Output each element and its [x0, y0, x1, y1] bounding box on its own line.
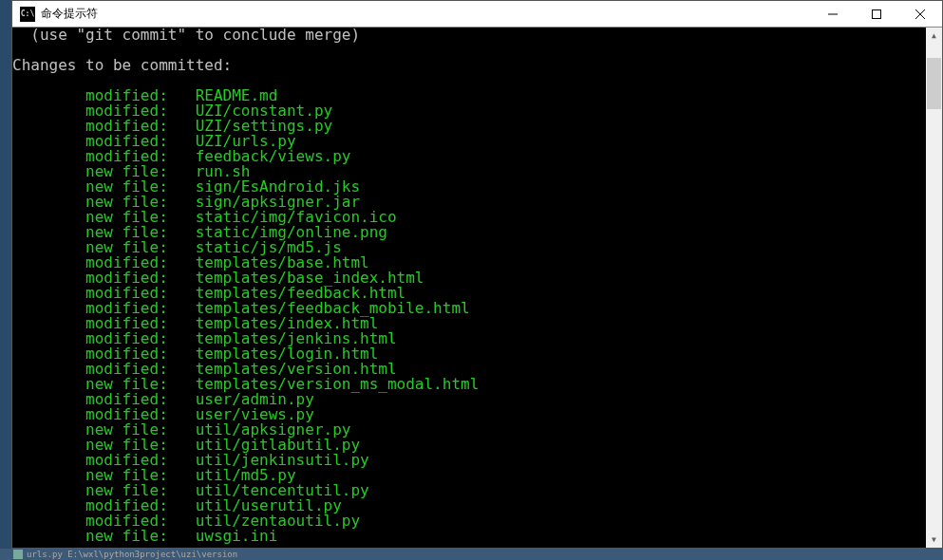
- cmd-icon: C:\: [20, 7, 35, 22]
- minimize-icon: [828, 9, 838, 19]
- cmd-window: C:\ 命令提示符 (use "git commit" to conclude …: [11, 0, 943, 549]
- maximize-button[interactable]: [855, 1, 898, 27]
- window-title: 命令提示符: [41, 6, 811, 22]
- scrollbar-thumb[interactable]: [927, 58, 941, 109]
- close-icon: [915, 9, 925, 19]
- scroll-down-arrow-icon[interactable]: ▼: [926, 532, 942, 548]
- ide-tab-bar[interactable]: urls.py E:\wxl\python3project\uzi\versio…: [0, 549, 943, 560]
- open-file-label[interactable]: urls.py E:\wxl\python3project\uzi\versio…: [27, 550, 237, 559]
- content-area: (use "git commit" to conclude merge)Chan…: [12, 28, 942, 548]
- window-controls: [811, 1, 942, 27]
- maximize-icon: [872, 9, 881, 19]
- svg-rect-1: [873, 9, 881, 18]
- editor-gutter-strip: [0, 0, 11, 560]
- minimize-button[interactable]: [811, 1, 855, 27]
- vertical-scrollbar[interactable]: ▲ ▼: [926, 28, 942, 548]
- terminal-output[interactable]: (use "git commit" to conclude merge)Chan…: [12, 28, 926, 548]
- titlebar[interactable]: C:\ 命令提示符: [12, 1, 942, 28]
- scrollbar-track[interactable]: [926, 44, 942, 532]
- python-file-icon: [13, 550, 23, 559]
- close-button[interactable]: [898, 1, 942, 27]
- scroll-up-arrow-icon[interactable]: ▲: [926, 28, 942, 44]
